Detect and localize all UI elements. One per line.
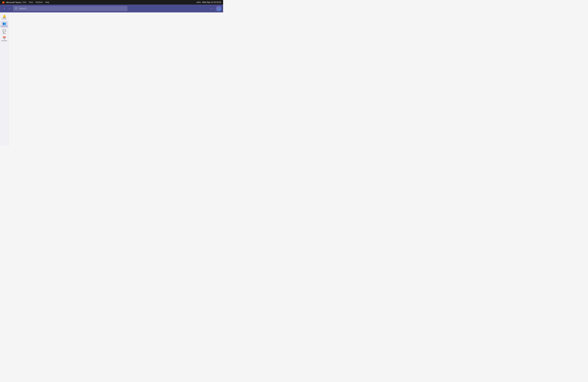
app-chrome: ‹ › 🔍 Search ··· 🔔 Activity 👥 Community … <box>0 5 223 146</box>
apple-logo: 🍎 <box>2 1 5 4</box>
titlebar-menu: Edit View Window Help <box>23 1 49 3</box>
chat-icon: 💬 <box>2 29 6 32</box>
sidebar-item-chat[interactable]: 💬 Chat <box>1 28 8 35</box>
clock: Wed Sep 13 23:19:24 <box>202 1 221 3</box>
sidebar-item-activity[interactable]: 🔔 Activity <box>1 14 8 21</box>
titlebar-right: 100% Wed Sep 13 23:19:24 <box>196 1 221 3</box>
sidebar-item-community[interactable]: 👥 Community <box>1 21 8 28</box>
titlebar-left: 🍎 Microsoft Teams Edit View Window Help <box>2 1 49 4</box>
community-icon: 👥 <box>2 22 6 25</box>
titlebar: 🍎 Microsoft Teams Edit View Window Help … <box>0 0 223 5</box>
search-placeholder-text: Search <box>19 7 26 10</box>
topbar-nav: ‹ › <box>2 6 12 11</box>
topbar: ‹ › 🔍 Search ··· <box>0 5 223 12</box>
menu-help[interactable]: Help <box>45 1 49 3</box>
calendar-icon: 📅 <box>2 37 6 40</box>
forward-button[interactable]: › <box>7 6 12 11</box>
activity-icon: 🔔 <box>2 15 6 18</box>
sidebar-item-calendar[interactable]: 📅 Calendar <box>1 36 8 43</box>
sidebar-label-community: Community <box>0 25 8 27</box>
sidebar-label-chat: Chat <box>3 33 6 35</box>
menu-view[interactable]: View <box>29 1 33 3</box>
content-area: Communities you are a part of will show … <box>8 12 223 146</box>
search-icon: 🔍 <box>15 7 18 10</box>
app-name: Microsoft Teams <box>6 1 21 4</box>
sidebar-label-activity: Activity <box>2 18 6 20</box>
menu-edit[interactable]: Edit <box>23 1 26 3</box>
sidebar: 🔔 Activity 👥 Community 💬 Chat 📅 Calendar… <box>0 12 8 146</box>
menu-window[interactable]: Window <box>36 1 43 3</box>
search-bar[interactable]: 🔍 Search <box>13 6 127 11</box>
more-options-button[interactable]: ··· <box>209 6 215 11</box>
user-avatar[interactable] <box>216 6 221 11</box>
sidebar-label-calendar: Calendar <box>1 40 7 42</box>
battery-indicator: 100% <box>196 1 201 3</box>
back-button[interactable]: ‹ <box>2 6 6 11</box>
topbar-actions: ··· <box>209 6 221 11</box>
main-layout: 🔔 Activity 👥 Community 💬 Chat 📅 Calendar… <box>0 12 223 146</box>
